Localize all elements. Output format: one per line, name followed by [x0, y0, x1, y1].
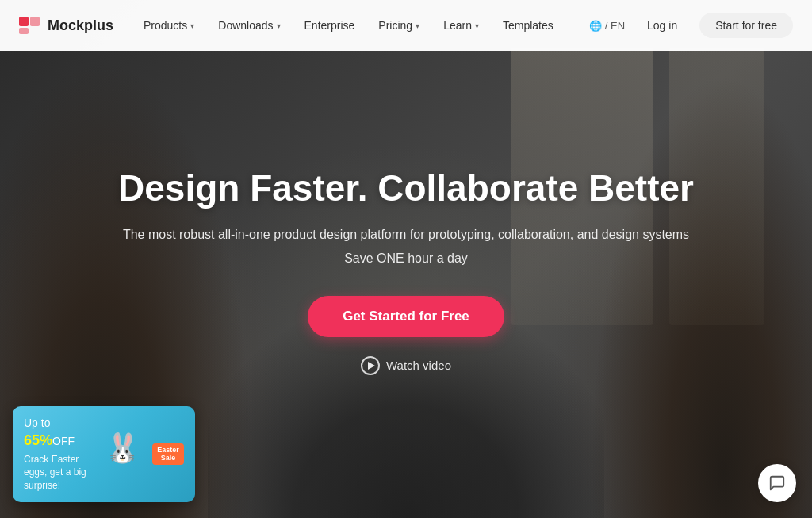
- hero-content: Design Faster. Collaborate Better The mo…: [86, 167, 726, 375]
- nav-item-enterprise[interactable]: Enterprise: [293, 13, 366, 38]
- nav-item-templates[interactable]: Templates: [492, 13, 565, 38]
- easter-sale-badge: Easter Sale: [152, 443, 184, 466]
- nav-item-pricing[interactable]: Pricing ▾: [367, 13, 431, 38]
- promo-discount-line: Up to 65%OFF: [24, 416, 97, 451]
- promo-bunny: 🐰: [105, 434, 144, 474]
- play-triangle-icon: [368, 362, 375, 370]
- chevron-down-icon: ▾: [277, 21, 281, 30]
- bunny-icon: 🐰: [105, 432, 140, 464]
- nav-item-learn[interactable]: Learn ▾: [432, 13, 490, 38]
- chevron-down-icon: ▾: [475, 21, 479, 30]
- lang-icon: 🌐: [589, 20, 602, 32]
- chevron-down-icon: ▾: [416, 21, 419, 30]
- promo-discount: 65%: [24, 432, 52, 448]
- chevron-down-icon: ▾: [190, 21, 194, 30]
- promo-prefix: Up to: [24, 416, 50, 429]
- svg-rect-2: [19, 28, 29, 34]
- get-started-button[interactable]: Get Started for Free: [308, 296, 504, 337]
- watch-video-label: Watch video: [386, 359, 451, 372]
- hero-title: Design Faster. Collaborate Better: [118, 167, 694, 210]
- hero-subtitle: The most robust all-in-one product desig…: [118, 224, 694, 245]
- promo-text: Up to 65%OFF Crack Easter eggs, get a bi…: [24, 416, 97, 493]
- logo[interactable]: Mockplus: [19, 17, 113, 34]
- nav-enterprise-label: Enterprise: [304, 19, 355, 32]
- nav-learn-label: Learn: [443, 19, 472, 32]
- nav-item-downloads[interactable]: Downloads ▾: [207, 13, 291, 38]
- hero-tagline: Save ONE hour a day: [118, 251, 694, 266]
- promo-banner[interactable]: Up to 65%OFF Crack Easter eggs, get a bi…: [13, 406, 195, 502]
- logo-text: Mockplus: [48, 17, 113, 34]
- login-button[interactable]: Log in: [638, 14, 687, 36]
- nav-pricing-label: Pricing: [378, 19, 412, 32]
- navbar: Mockplus Products ▾ Downloads ▾ Enterpri…: [0, 0, 812, 51]
- svg-rect-1: [30, 17, 40, 26]
- nav-links: Products ▾ Downloads ▾ Enterprise Pricin…: [132, 13, 589, 38]
- chat-button[interactable]: [758, 464, 796, 502]
- start-for-free-button[interactable]: Start for free: [699, 13, 793, 38]
- svg-rect-0: [19, 17, 29, 26]
- promo-description: Crack Easter eggs, get a big surprise!: [24, 453, 97, 493]
- lang-label: / EN: [605, 20, 625, 32]
- nav-products-label: Products: [144, 19, 187, 32]
- nav-downloads-label: Downloads: [218, 19, 273, 32]
- badge-line2: Sale: [156, 454, 180, 462]
- nav-right: 🌐 / EN Log in Start for free: [589, 13, 793, 38]
- lang-switcher[interactable]: 🌐 / EN: [589, 20, 625, 32]
- watch-video-button[interactable]: Watch video: [118, 356, 694, 375]
- nav-item-products[interactable]: Products ▾: [132, 13, 205, 38]
- badge-line1: Easter: [156, 446, 180, 455]
- nav-templates-label: Templates: [503, 19, 553, 32]
- play-circle-icon: [361, 356, 380, 375]
- promo-suffix: OFF: [52, 435, 75, 447]
- chat-icon: [768, 474, 786, 492]
- logo-icon: [19, 17, 41, 34]
